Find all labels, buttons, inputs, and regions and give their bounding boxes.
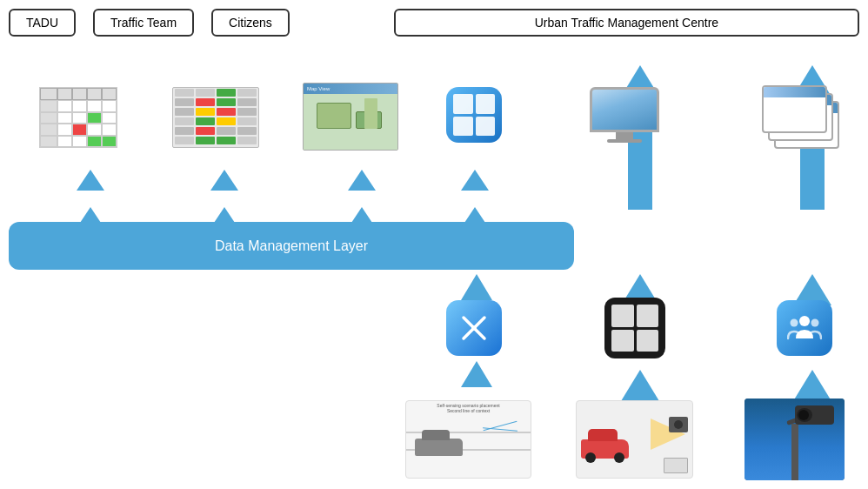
arrow-tadu-down (77, 207, 104, 228)
tadu-spreadsheet-icon (39, 87, 117, 148)
cctv-camera-icon (744, 399, 845, 480)
arrow-traffic-down (210, 207, 238, 228)
utmc-monitor-icon (590, 87, 659, 144)
arrow-tadu-up (77, 170, 104, 191)
header-row: TADU Traffic Team Citizens Urban Traffic… (0, 0, 868, 37)
header-box-tadu: TADU (9, 9, 76, 37)
data-management-layer: Data Management Layer (9, 222, 574, 270)
arrow-people-down (793, 370, 831, 401)
header-box-citizens: Citizens (211, 9, 290, 37)
header-box-traffic-team: Traffic Team (93, 9, 194, 37)
svg-point-2 (471, 325, 477, 331)
svg-point-5 (811, 319, 819, 327)
people-group-icon (777, 300, 832, 356)
header-box-utmc: Urban Traffic Management Centre (394, 9, 859, 37)
arrow-citizens-up (461, 170, 489, 191)
svg-point-4 (791, 319, 798, 327)
map-view-screen: Map View (303, 83, 398, 151)
stacked-windows-icon (762, 85, 840, 151)
black-grid-icon (604, 298, 665, 358)
citizens-app-icon (446, 87, 502, 143)
arrow-black-grid-down (621, 370, 659, 401)
arrow-map-down (348, 207, 376, 228)
arrow-map-up (348, 170, 376, 191)
arrow-traffic-up (210, 170, 238, 191)
traffic-team-screen (172, 87, 259, 148)
car-camera-detection (576, 400, 693, 479)
appstore-icon (446, 300, 502, 356)
vehicle-sensors-diagram: Self-sensing scenario placement Second l… (405, 400, 531, 479)
arrow-citizens-down (461, 207, 489, 228)
arrow-appstore-down (461, 361, 492, 387)
svg-point-3 (799, 316, 810, 326)
